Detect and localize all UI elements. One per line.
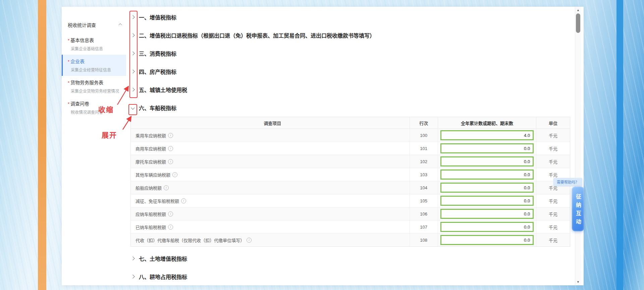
info-icon[interactable]: i [247,238,252,243]
row-item-label: 其他车辆应纳税额 [136,172,170,178]
section-header-8[interactable]: 八、耕地占用税指标 [62,268,568,286]
row-line-number: 103 [410,168,438,181]
table-row: 商用车应纳税额 i 101 0.0 千元 [131,142,570,155]
info-icon[interactable]: i [172,172,177,177]
value-input[interactable]: 0.0 [440,196,534,206]
table-row: 船舶应纳税额 i 104 0.0 千元 [131,181,570,194]
scroll-down-arrow-icon[interactable]: ▼ [575,279,581,285]
chevron-right-icon[interactable] [131,275,135,278]
section-title: 一、增值税指标 [139,13,176,21]
value-input[interactable]: 0.0 [440,143,534,153]
collapse-annotation-label: 收缩 [98,104,114,114]
value-input[interactable]: 0.0 [440,209,534,219]
row-item-label: 乘用车应纳税额 [136,132,166,139]
info-icon[interactable]: i [168,133,173,138]
scrollbar-thumb[interactable] [576,13,580,33]
col-header-item: 调查项目 [131,117,410,129]
help-tooltip: 需要帮助吗？ [553,178,582,186]
row-item-label: 商用车应纳税额 [136,145,166,152]
sections-after-table: 七、土地增值税指标八、耕地占用税指标 [62,249,568,286]
chevron-right-icon[interactable] [131,33,135,37]
table-row: 代收（扣）代缴车船税（仅限代收（扣）代缴单位填写） i 108 0.0 千元 [131,234,570,246]
row-unit: 千元 [536,142,570,155]
chevron-down-icon[interactable] [131,106,135,109]
form-content: 一、增值税指标二、增值税出口退税指标（根据出口退（免）税申报表、加工贸易合同、进… [62,7,568,285]
col-header-line: 行次 [410,117,438,129]
info-icon[interactable]: i [168,211,173,216]
col-header-value: 全年累计数或期初、期末数 [438,117,537,129]
section-title: 四、房产税指标 [139,67,176,76]
row-item-label: 摩托车应纳税额 [136,158,166,165]
table-body: 乘用车应纳税额 i 100 4.0 千元 商用车应纳税额 i 101 0.0 千… [131,129,570,246]
background-blue-stripe [616,0,623,290]
value-input[interactable]: 0.0 [440,222,534,232]
row-unit: 千元 [536,221,570,233]
row-line-number: 100 [410,129,438,142]
section-title: 七、土地增值税指标 [139,254,187,262]
interaction-side-button-label: 征纳互动 [574,194,582,227]
row-line-number: 108 [410,234,438,246]
info-icon[interactable]: i [181,198,186,203]
section-title: 五、城镇土地使用税 [139,86,187,94]
background-orange-stripe [38,0,46,290]
vertical-scrollbar[interactable]: ▲ ▼ [575,7,581,285]
interaction-side-button[interactable]: 征纳互动 [572,187,584,231]
section-header-3[interactable]: 三、消费税指标 [62,44,568,62]
info-icon[interactable]: i [168,146,173,151]
chevron-right-icon[interactable] [131,256,135,260]
col-header-unit: 单位 [536,117,570,129]
row-line-number: 102 [410,155,438,168]
section-header-2[interactable]: 二、增值税出口退税指标（根据出口退（免）税申报表、加工贸易合同、进出口税收缴款书… [62,26,568,44]
survey-panel: 税收统计调查 *基本信息表采集企业基础信息*企业表采集企业经营特征信息*货物劳务… [62,7,584,285]
value-input[interactable]: 4.0 [440,130,534,140]
table-row: 已纳车船税税额 i 107 0.0 千元 [131,221,570,234]
row-unit: 千元 [536,207,570,220]
value-input[interactable]: 0.0 [440,156,534,166]
info-icon[interactable]: i [168,225,173,230]
expand-annotation-label: 展开 [102,130,117,140]
row-item-label: 减征、免征车船税税额 [136,198,179,204]
line-table: 调查项目 行次 全年累计数或期初、期末数 单位 乘用车应纳税额 i 100 4.… [130,117,570,247]
table-row: 乘用车应纳税额 i 100 4.0 千元 [131,129,570,142]
value-input[interactable]: 0.0 [440,235,534,245]
row-item-label: 已纳车船税税额 [136,224,166,230]
row-line-number: 106 [410,207,438,220]
chevron-right-icon[interactable] [131,69,135,73]
section-title: 六、车船税指标 [139,104,176,112]
chevron-right-icon[interactable] [131,88,135,91]
row-line-number: 101 [410,142,438,155]
section-header-5[interactable]: 五、城镇土地使用税 [62,81,568,99]
section-title: 二、增值税出口退税指标（根据出口退（免）税申报表、加工贸易合同、进出口税收缴款书… [139,31,375,39]
chevron-right-icon[interactable] [131,51,135,55]
row-unit: 千元 [536,234,570,246]
section-header-7[interactable]: 七、土地增值税指标 [62,249,568,268]
row-unit: 千元 [536,155,570,168]
value-input[interactable]: 0.0 [440,183,534,193]
section-header-6[interactable]: 六、车船税指标 [62,99,568,117]
section-title: 三、消费税指标 [139,49,176,57]
row-item-label: 应纳车船税税额 [136,211,166,217]
row-line-number: 104 [410,181,438,194]
table-row: 应纳车船税税额 i 106 0.0 千元 [131,207,570,221]
chevron-right-icon[interactable] [131,15,135,19]
section-header-1[interactable]: 一、增值税指标 [62,8,568,26]
table-header-row: 调查项目 行次 全年累计数或期初、期末数 单位 [131,117,570,129]
section-title: 八、耕地占用税指标 [139,273,187,281]
table-row: 摩托车应纳税额 i 102 0.0 千元 [131,155,570,168]
row-unit: 千元 [536,129,570,142]
section-header-4[interactable]: 四、房产税指标 [62,62,568,81]
row-item-label: 船舶应纳税额 [136,185,162,191]
table-row: 其他车辆应纳税额 i 103 0.0 千元 [131,168,570,181]
table-row: 减征、免征车船税税额 i 105 0.0 千元 [131,194,570,207]
row-line-number: 107 [410,221,438,233]
row-item-label: 代收（扣）代缴车船税（仅限代收（扣）代缴单位填写） [136,237,245,243]
row-line-number: 105 [410,194,438,207]
value-input[interactable]: 0.0 [440,170,534,180]
info-icon[interactable]: i [164,185,169,190]
row-unit: 千元 [536,194,570,207]
scroll-up-arrow-icon[interactable]: ▲ [575,7,581,13]
info-icon[interactable]: i [168,159,173,164]
sections-before-table: 一、增值税指标二、增值税出口退税指标（根据出口退（免）税申报表、加工贸易合同、进… [62,8,568,117]
